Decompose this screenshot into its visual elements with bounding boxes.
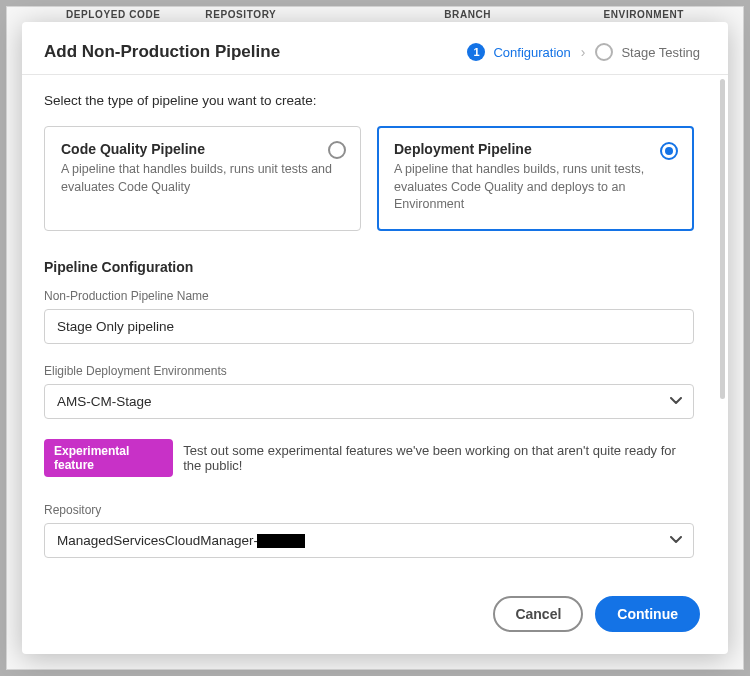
experimental-text: Test out some experimental features we'v… [183, 443, 694, 473]
experimental-row: Experimental feature Test out some exper… [44, 439, 694, 477]
card-code-quality-pipeline[interactable]: Code Quality Pipeline A pipeline that ha… [44, 126, 361, 231]
pipeline-name-input[interactable] [44, 309, 694, 344]
step-circle-icon [595, 43, 613, 61]
experimental-badge: Experimental feature [44, 439, 173, 477]
step-label: Stage Testing [621, 45, 700, 60]
card-description: A pipeline that handles builds, runs uni… [394, 161, 677, 214]
scrollbar[interactable] [720, 79, 725, 399]
intro-text: Select the type of pipeline you want to … [44, 93, 694, 108]
card-title: Deployment Pipeline [394, 141, 677, 157]
repository-label: Repository [44, 503, 694, 517]
radio-icon [328, 141, 346, 159]
card-title: Code Quality Pipeline [61, 141, 344, 157]
modal-body: Select the type of pipeline you want to … [22, 75, 716, 580]
card-deployment-pipeline[interactable]: Deployment Pipeline A pipeline that hand… [377, 126, 694, 231]
step-label: Configuration [493, 45, 570, 60]
modal-title: Add Non-Production Pipeline [44, 42, 467, 62]
modal-footer: Cancel Continue [22, 580, 728, 654]
environment-value: AMS-CM-Stage [57, 394, 152, 409]
environment-select[interactable]: AMS-CM-Stage [44, 384, 694, 419]
step-configuration[interactable]: 1 Configuration [467, 43, 570, 61]
cancel-button[interactable]: Cancel [493, 596, 583, 632]
step-stage-testing[interactable]: Stage Testing [595, 43, 700, 61]
environment-label: Eligible Deployment Environments [44, 364, 694, 378]
background-table-header: DEPLOYED CODE REPOSITORY BRANCH ENVIRONM… [6, 6, 744, 23]
pipeline-name-label: Non-Production Pipeline Name [44, 289, 694, 303]
step-number-icon: 1 [467, 43, 485, 61]
card-description: A pipeline that handles builds, runs uni… [61, 161, 344, 196]
pipeline-config-heading: Pipeline Configuration [44, 259, 694, 275]
radio-selected-icon [660, 142, 678, 160]
git-branch-label: Git Branch [44, 578, 694, 580]
repository-value: ManagedServicesCloudManager- [57, 533, 305, 548]
modal-header: Add Non-Production Pipeline 1 Configurat… [22, 22, 728, 75]
add-pipeline-modal: Add Non-Production Pipeline 1 Configurat… [22, 22, 728, 654]
continue-button[interactable]: Continue [595, 596, 700, 632]
chevron-right-icon: › [581, 44, 586, 60]
redacted-text [257, 534, 305, 548]
wizard-steps: 1 Configuration › Stage Testing [467, 43, 700, 61]
repository-select[interactable]: ManagedServicesCloudManager- [44, 523, 694, 558]
